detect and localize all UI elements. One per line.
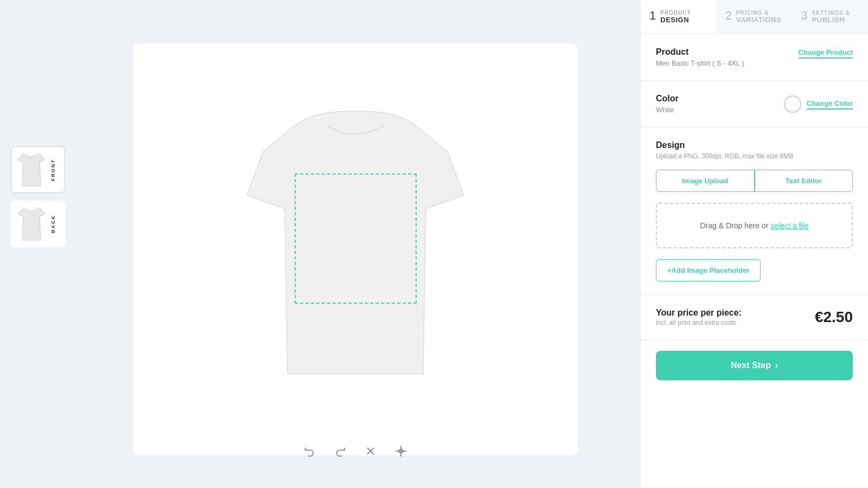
tshirt-back-thumbnail (16, 206, 47, 242)
product-value: Men Basic T-shirt ( S - 4XL ) (656, 59, 744, 67)
next-step-label: Next Step (731, 361, 771, 370)
design-label: Design (656, 140, 853, 150)
thumbnail-back[interactable]: BACK (11, 201, 65, 247)
design-section: Design Upload a PNG, 300dpi, RGB, max fi… (641, 127, 868, 295)
tshirt-front-thumbnail (16, 151, 47, 188)
delete-button[interactable] (361, 441, 380, 461)
step-2-name: VARIATIONS (736, 16, 781, 24)
step-3-sub: SETTINGS & (812, 10, 850, 16)
step-2-number: 2 (725, 10, 732, 22)
step-2-sub: PRICING & (736, 10, 781, 16)
dropzone-text: Drag & Drop here or (700, 221, 769, 230)
product-section: Product Men Basic T-shirt ( S - 4XL ) Ch… (641, 34, 868, 81)
tab-text-editor[interactable]: Text Editor (755, 170, 853, 192)
step-3[interactable]: 3 SETTINGS & PUBLISH (792, 0, 868, 34)
upload-tabs: Image Upload Text Editor (656, 170, 853, 192)
step-1-sub: PRODUCT (660, 10, 691, 16)
next-step-arrow-icon: › (775, 361, 778, 370)
add-placeholder-button[interactable]: +Add Image Placeholder (656, 259, 761, 281)
step-header: 1 PRODUCT DESIGN 2 PRICING & VARIATIONS … (641, 0, 868, 34)
select-file-link[interactable]: select a file (770, 221, 808, 230)
change-color-link[interactable]: Change Color (807, 99, 853, 110)
canvas-toolbar (300, 441, 411, 461)
step-1-name: DESIGN (660, 16, 691, 24)
undo-button[interactable] (300, 441, 320, 461)
drop-zone[interactable]: Drag & Drop here or select a file (656, 203, 853, 248)
step-2[interactable]: 2 PRICING & VARIATIONS (717, 0, 793, 34)
price-value: €2.50 (815, 309, 853, 326)
tshirt-container (236, 108, 475, 390)
price-sub: incl. all print and extra costs (656, 319, 742, 326)
thumbnail-front-label: FRONT (50, 159, 56, 181)
redo-button[interactable] (330, 441, 350, 461)
design-area[interactable] (295, 174, 417, 304)
change-product-link[interactable]: Change Product (799, 48, 853, 59)
step-1[interactable]: 1 PRODUCT DESIGN (641, 0, 717, 34)
step-1-number: 1 (649, 10, 656, 22)
color-value: White (656, 106, 679, 114)
center-button[interactable] (391, 441, 411, 461)
step-3-name: PUBLISH (812, 16, 850, 24)
color-label: Color (656, 94, 679, 104)
price-label: Your price per piece: (656, 308, 742, 318)
tab-image-upload[interactable]: Image Upload (656, 170, 755, 192)
color-swatch[interactable] (784, 95, 801, 113)
canvas-wrapper (133, 43, 578, 455)
next-step-button[interactable]: Next Step › (656, 351, 853, 380)
thumbnail-front[interactable]: FRONT (11, 146, 65, 193)
right-panel: 1 PRODUCT DESIGN 2 PRICING & VARIATIONS … (640, 0, 868, 488)
thumbnail-back-label: BACK (50, 215, 56, 233)
color-section: Color White Change Color (641, 81, 868, 127)
product-label: Product (656, 47, 744, 57)
main-canvas (71, 0, 640, 488)
design-hint: Upload a PNG, 300dpi, RGB, max file size… (656, 152, 853, 160)
price-section: Your price per piece: incl. all print an… (641, 295, 868, 340)
step-3-number: 3 (801, 10, 807, 22)
